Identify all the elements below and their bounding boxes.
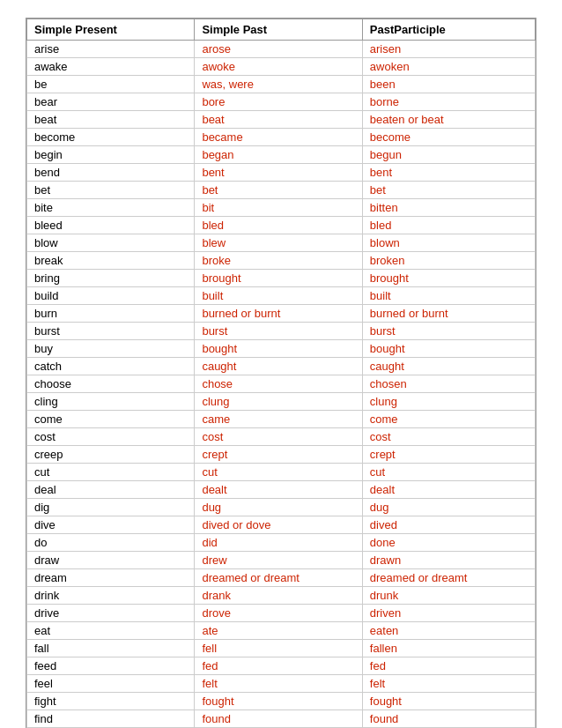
cell-row9-col0: bite bbox=[27, 199, 195, 217]
cell-row31-col0: drink bbox=[27, 587, 195, 605]
cell-row15-col0: burn bbox=[27, 305, 195, 323]
cell-row38-col1: found bbox=[195, 710, 362, 728]
cell-row21-col1: came bbox=[195, 411, 362, 428]
verb-table-container: Simple Present Simple Past PastParticipl… bbox=[26, 18, 536, 728]
table-row: bringbroughtbrought bbox=[27, 270, 536, 287]
table-row: betbetbet bbox=[27, 182, 536, 199]
table-row: cutcutcut bbox=[27, 464, 536, 481]
cell-row11-col0: blow bbox=[27, 234, 195, 252]
table-header-row: Simple Present Simple Past PastParticipl… bbox=[27, 19, 536, 41]
cell-row22-col1: cost bbox=[195, 428, 362, 446]
cell-row8-col2: bet bbox=[362, 182, 535, 199]
cell-row5-col2: become bbox=[362, 129, 535, 146]
cell-row20-col2: clung bbox=[362, 393, 535, 411]
cell-row14-col2: built bbox=[362, 287, 535, 305]
table-row: bewas, werebeen bbox=[27, 76, 536, 93]
cell-row4-col1: beat bbox=[195, 111, 362, 129]
cell-row12-col0: break bbox=[27, 252, 195, 270]
table-row: catchcaughtcaught bbox=[27, 358, 536, 375]
cell-row35-col2: fed bbox=[362, 657, 535, 675]
cell-row32-col1: drove bbox=[195, 605, 362, 622]
cell-row13-col2: brought bbox=[362, 270, 535, 287]
cell-row16-col2: burst bbox=[362, 323, 535, 340]
table-body: arisearosearisenawakeawokeawokenbewas, w… bbox=[27, 41, 536, 729]
cell-row21-col2: come bbox=[362, 411, 535, 428]
cell-row22-col0: cost bbox=[27, 428, 195, 446]
cell-row10-col2: bled bbox=[362, 217, 535, 234]
table-row: digdugdug bbox=[27, 499, 536, 516]
cell-row12-col1: broke bbox=[195, 252, 362, 270]
cell-row5-col1: became bbox=[195, 129, 362, 146]
cell-row36-col2: felt bbox=[362, 675, 535, 693]
cell-row37-col1: fought bbox=[195, 693, 362, 710]
cell-row34-col1: fell bbox=[195, 640, 362, 657]
cell-row30-col0: dream bbox=[27, 569, 195, 587]
cell-row32-col0: drive bbox=[27, 605, 195, 622]
cell-row25-col2: dealt bbox=[362, 481, 535, 499]
table-row: beatbeatbeaten or beat bbox=[27, 111, 536, 129]
cell-row36-col1: felt bbox=[195, 675, 362, 693]
cell-row38-col2: found bbox=[362, 710, 535, 728]
cell-row12-col2: broken bbox=[362, 252, 535, 270]
table-row: beginbeganbegun bbox=[27, 146, 536, 164]
cell-row10-col0: bleed bbox=[27, 217, 195, 234]
cell-row27-col2: dived bbox=[362, 516, 535, 534]
table-row: bearboreborne bbox=[27, 93, 536, 111]
cell-row4-col0: beat bbox=[27, 111, 195, 129]
cell-row28-col1: did bbox=[195, 534, 362, 552]
cell-row17-col0: buy bbox=[27, 340, 195, 358]
cell-row7-col1: bent bbox=[195, 164, 362, 182]
cell-row28-col2: done bbox=[362, 534, 535, 552]
table-row: dealdealtdealt bbox=[27, 481, 536, 499]
cell-row4-col2: beaten or beat bbox=[362, 111, 535, 129]
table-row: costcostcost bbox=[27, 428, 536, 446]
verb-table: Simple Present Simple Past PastParticipl… bbox=[26, 19, 536, 728]
cell-row3-col1: bore bbox=[195, 93, 362, 111]
table-row: dreamdreamed or dreamtdreamed or dreamt bbox=[27, 569, 536, 587]
cell-row17-col2: bought bbox=[362, 340, 535, 358]
cell-row22-col2: cost bbox=[362, 428, 535, 446]
cell-row33-col2: eaten bbox=[362, 622, 535, 640]
cell-row17-col1: bought bbox=[195, 340, 362, 358]
cell-row19-col1: chose bbox=[195, 375, 362, 393]
cell-row30-col2: dreamed or dreamt bbox=[362, 569, 535, 587]
table-row: choosechosechosen bbox=[27, 375, 536, 393]
cell-row24-col0: cut bbox=[27, 464, 195, 481]
table-row: creepcreptcrept bbox=[27, 446, 536, 464]
cell-row34-col2: fallen bbox=[362, 640, 535, 657]
cell-row3-col2: borne bbox=[362, 93, 535, 111]
cell-row37-col2: fought bbox=[362, 693, 535, 710]
cell-row7-col0: bend bbox=[27, 164, 195, 182]
table-row: burstburstburst bbox=[27, 323, 536, 340]
table-row: drinkdrankdrunk bbox=[27, 587, 536, 605]
cell-row16-col0: burst bbox=[27, 323, 195, 340]
cell-row0-col1: arose bbox=[195, 41, 362, 58]
cell-row11-col1: blew bbox=[195, 234, 362, 252]
cell-row23-col0: creep bbox=[27, 446, 195, 464]
header-past-participle: PastParticiple bbox=[362, 19, 535, 41]
cell-row1-col0: awake bbox=[27, 58, 195, 76]
cell-row35-col0: feed bbox=[27, 657, 195, 675]
cell-row15-col1: burned or burnt bbox=[195, 305, 362, 323]
cell-row36-col0: feel bbox=[27, 675, 195, 693]
cell-row8-col1: bet bbox=[195, 182, 362, 199]
cell-row19-col0: choose bbox=[27, 375, 195, 393]
cell-row27-col1: dived or dove bbox=[195, 516, 362, 534]
table-row: bitebitbitten bbox=[27, 199, 536, 217]
cell-row34-col0: fall bbox=[27, 640, 195, 657]
cell-row9-col2: bitten bbox=[362, 199, 535, 217]
table-row: divedived or dovedived bbox=[27, 516, 536, 534]
cell-row28-col0: do bbox=[27, 534, 195, 552]
cell-row10-col1: bled bbox=[195, 217, 362, 234]
table-row: arisearosearisen bbox=[27, 41, 536, 58]
cell-row14-col0: build bbox=[27, 287, 195, 305]
cell-row2-col1: was, were bbox=[195, 76, 362, 93]
cell-row23-col2: crept bbox=[362, 446, 535, 464]
cell-row18-col0: catch bbox=[27, 358, 195, 375]
cell-row1-col1: awoke bbox=[195, 58, 362, 76]
table-row: buildbuiltbuilt bbox=[27, 287, 536, 305]
table-row: feedfedfed bbox=[27, 657, 536, 675]
cell-row30-col1: dreamed or dreamt bbox=[195, 569, 362, 587]
cell-row33-col0: eat bbox=[27, 622, 195, 640]
cell-row33-col1: ate bbox=[195, 622, 362, 640]
